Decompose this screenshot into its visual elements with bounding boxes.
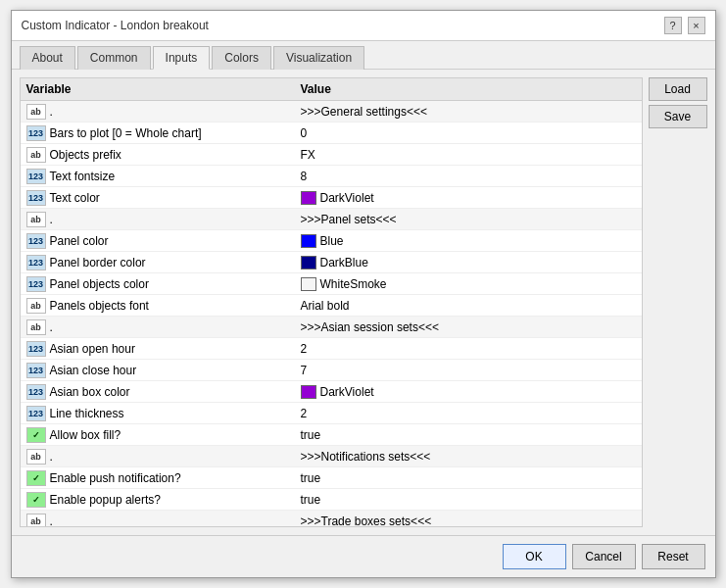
dialog: Custom Indicator - London breakout ? × A… xyxy=(11,10,716,578)
value-text: Arial bold xyxy=(301,299,350,313)
table-row[interactable]: abPanels objects fontArial bold xyxy=(21,295,642,317)
variable-name: Text color xyxy=(50,191,100,205)
table-row[interactable]: ab.>>>Trade boxes sets<<< xyxy=(21,511,642,526)
value-text: >>>General settings<<< xyxy=(301,105,427,119)
color-swatch xyxy=(301,256,316,270)
type-icon-num: 123 xyxy=(26,384,46,400)
cancel-button[interactable]: Cancel xyxy=(572,544,636,569)
table-row[interactable]: ab.>>>General settings<<< xyxy=(21,101,642,122)
cell-variable: ab. xyxy=(21,318,295,337)
type-icon-num: 123 xyxy=(26,276,46,292)
table-row[interactable]: ✓Allow box fill?true xyxy=(21,424,642,446)
load-button[interactable]: Load xyxy=(649,77,707,101)
table-row[interactable]: ab.>>>Notifications sets<<< xyxy=(21,446,642,467)
value-text: DarkBlue xyxy=(320,256,368,270)
cell-variable: 123Panel objects color xyxy=(21,274,295,294)
value-text: 8 xyxy=(301,170,308,183)
variable-name: Asian open hour xyxy=(50,342,135,356)
cell-variable: 123Text fontsize xyxy=(21,167,295,186)
table-row[interactable]: ab.>>>Asian session sets<<< xyxy=(21,317,642,338)
type-icon-ab: ab xyxy=(26,212,46,227)
cell-value: >>>General settings<<< xyxy=(295,103,642,121)
table-row[interactable]: ✓Enable push notification?true xyxy=(21,467,642,489)
cell-variable: ab. xyxy=(21,447,295,466)
tab-colors[interactable]: Colors xyxy=(212,46,271,70)
variable-name: . xyxy=(50,450,53,464)
save-button[interactable]: Save xyxy=(649,105,707,128)
help-button[interactable]: ? xyxy=(664,17,682,34)
type-icon-ab: ab xyxy=(26,514,46,527)
table-row[interactable]: 123Asian close hour7 xyxy=(21,360,642,381)
value-text: >>>Asian session sets<<< xyxy=(301,320,439,334)
cell-variable: abObjects prefix xyxy=(21,145,295,165)
cell-value: Blue xyxy=(295,232,642,250)
variable-name: Asian close hour xyxy=(50,364,137,377)
value-text: true xyxy=(301,471,321,485)
value-text: 2 xyxy=(301,407,308,420)
tab-about[interactable]: About xyxy=(20,46,75,70)
title-buttons: ? × xyxy=(664,17,705,34)
table-row[interactable]: 123Panel objects colorWhiteSmoke xyxy=(21,273,642,295)
color-swatch xyxy=(301,277,316,291)
cell-variable: abPanels objects font xyxy=(21,296,295,316)
bottom-bar: OK Cancel Reset xyxy=(12,535,715,577)
color-swatch xyxy=(301,191,316,205)
table-row[interactable]: 123Panel border colorDarkBlue xyxy=(21,252,642,273)
type-icon-ab: ab xyxy=(26,319,46,335)
reset-button[interactable]: Reset xyxy=(642,544,705,569)
cell-value: DarkViolet xyxy=(295,189,642,207)
value-text: DarkViolet xyxy=(320,385,374,399)
cell-value: FX xyxy=(295,146,642,164)
variable-name: . xyxy=(50,213,53,226)
table-row[interactable]: 123Text fontsize8 xyxy=(21,166,642,187)
type-icon-num: 123 xyxy=(26,190,46,206)
cell-value: >>>Notifications sets<<< xyxy=(295,448,642,466)
value-text: WhiteSmoke xyxy=(320,277,387,291)
variable-name: Bars to plot [0 = Whole chart] xyxy=(50,126,202,140)
tab-visualization[interactable]: Visualization xyxy=(273,46,364,70)
value-text: >>>Notifications sets<<< xyxy=(301,450,431,464)
value-text: 7 xyxy=(301,364,308,377)
cell-value: 0 xyxy=(295,124,642,142)
tabs-bar: AboutCommonInputsColorsVisualization xyxy=(12,41,715,70)
cell-value: DarkViolet xyxy=(295,383,642,401)
cell-value: 7 xyxy=(295,362,642,379)
cell-variable: ✓Allow box fill? xyxy=(21,425,295,445)
type-icon-bool: ✓ xyxy=(26,470,46,486)
cell-value: WhiteSmoke xyxy=(295,275,642,293)
close-button[interactable]: × xyxy=(688,17,705,34)
table-scroll[interactable]: ab.>>>General settings<<<123Bars to plot… xyxy=(21,101,642,526)
table-row[interactable]: 123Asian open hour2 xyxy=(21,338,642,360)
type-icon-num: 123 xyxy=(26,363,46,378)
tab-inputs[interactable]: Inputs xyxy=(153,46,211,70)
table-row[interactable]: 123Bars to plot [0 = Whole chart]0 xyxy=(21,122,642,144)
table-row[interactable]: ✓Enable popup alerts?true xyxy=(21,489,642,511)
variable-name: Line thickness xyxy=(50,407,124,420)
cell-value: true xyxy=(295,469,642,487)
type-icon-num: 123 xyxy=(26,125,46,141)
type-icon-ab: ab xyxy=(26,147,46,163)
cell-value: >>>Panel sets<<< xyxy=(295,211,642,228)
table-row[interactable]: ab.>>>Panel sets<<< xyxy=(21,209,642,230)
type-icon-ab: ab xyxy=(26,449,46,465)
table-row[interactable]: 123Text colorDarkViolet xyxy=(21,187,642,209)
type-icon-ab: ab xyxy=(26,104,46,120)
content-area: Variable Value ab.>>>General settings<<<… xyxy=(12,70,715,535)
table-row[interactable]: 123Panel colorBlue xyxy=(21,230,642,252)
table-row[interactable]: 123Asian box colorDarkViolet xyxy=(21,381,642,403)
tab-common[interactable]: Common xyxy=(77,46,151,70)
value-text: >>>Trade boxes sets<<< xyxy=(301,514,432,527)
cell-value: >>>Trade boxes sets<<< xyxy=(295,513,642,527)
dialog-title: Custom Indicator - London breakout xyxy=(22,19,209,32)
variable-name: Panel objects color xyxy=(50,277,149,291)
side-buttons: Load Save xyxy=(649,77,707,527)
table-row[interactable]: abObjects prefixFX xyxy=(21,144,642,166)
cell-variable: 123Asian close hour xyxy=(21,361,295,380)
value-text: >>>Panel sets<<< xyxy=(301,213,397,226)
variable-name: . xyxy=(50,514,53,527)
ok-button[interactable]: OK xyxy=(503,544,566,569)
cell-variable: ✓Enable popup alerts? xyxy=(21,490,295,510)
cell-variable: 123Text color xyxy=(21,188,295,208)
variable-name: Panel border color xyxy=(50,256,146,270)
table-row[interactable]: 123Line thickness2 xyxy=(21,403,642,424)
